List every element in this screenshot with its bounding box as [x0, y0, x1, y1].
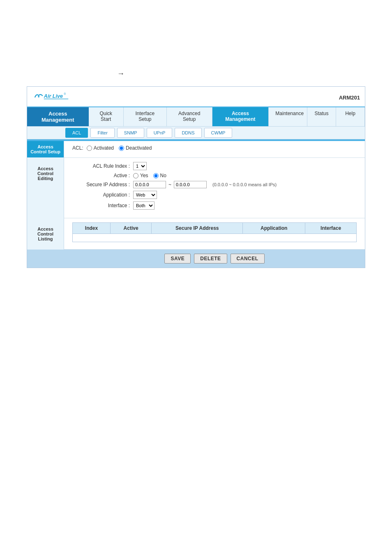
acl-row: ACL: Activated Deactivated — [64, 141, 365, 153]
form-row-interface: Interface : Both LAN WAN — [72, 201, 357, 210]
nav-item-maintenance[interactable]: Maintenance — [269, 107, 307, 126]
sub-nav-ddns[interactable]: DDNS — [175, 128, 201, 138]
logo-area: Air Live ® — [32, 90, 69, 105]
acl-label: ACL: — [72, 145, 83, 151]
action-bar-row: SAVE DELETE CANCEL — [27, 250, 365, 268]
acl-rule-index-select[interactable]: 1 — [133, 162, 147, 170]
listing-table: Index Active Secure IP Address Applicati… — [72, 222, 357, 242]
router-ui-container: Air Live ® ARM201 Access Management Quic… — [27, 86, 365, 268]
active-yes-label: Yes — [140, 173, 148, 178]
col-index: Index — [73, 223, 111, 234]
sub-nav-upnp[interactable]: UPnP — [147, 128, 173, 138]
form-row-acl-rule-index: ACL Rule Index : 1 — [72, 162, 357, 170]
interface-label: Interface : — [72, 203, 130, 208]
acl-deactivated-label: Deactivated — [126, 145, 152, 151]
col-application: Application — [243, 223, 305, 234]
ip-from-input[interactable] — [133, 181, 166, 188]
ip-range: ~ (0.0.0.0 ~ 0.0.0.0 means all IPs) — [133, 181, 277, 188]
nav-item-quick-start[interactable]: Quick Start — [89, 107, 124, 126]
acl-setup-row: Access Control Setup ACL: Activated Deac… — [27, 141, 365, 158]
nav-item-help[interactable]: Help — [336, 107, 365, 126]
header: Air Live ® ARM201 — [27, 87, 365, 107]
sidebar-listing: Access Control Listing — [27, 218, 64, 250]
acl-editing-row: Access Control Editing ACL Rule Index : … — [27, 158, 365, 218]
svg-text:Air Live: Air Live — [44, 93, 63, 99]
delete-button[interactable]: DELETE — [194, 254, 227, 264]
sub-nav-acl[interactable]: ACL — [65, 128, 88, 138]
nav-item-status[interactable]: Status — [307, 107, 336, 126]
acl-activated-option[interactable]: Activated — [87, 145, 114, 151]
nav-item-advanced-setup[interactable]: Advanced Setup — [167, 107, 212, 126]
cancel-button[interactable]: CANCEL — [231, 254, 265, 264]
sub-nav-spacer — [27, 127, 64, 139]
active-no-option[interactable]: No — [153, 173, 166, 178]
sub-nav-filter[interactable]: Filter — [90, 128, 114, 138]
nav-item-access-management[interactable]: Access Management — [212, 107, 269, 126]
active-yes-option[interactable]: Yes — [133, 173, 148, 178]
interface-select[interactable]: Both LAN WAN — [133, 201, 154, 210]
active-radio-group: Yes No — [133, 173, 166, 178]
acl-listing-content: Index Active Secure IP Address Applicati… — [64, 218, 365, 250]
sidebar-action — [27, 250, 64, 268]
acl-deactivated-radio[interactable] — [119, 146, 124, 151]
sub-nav-cwmp[interactable]: CWMP — [204, 128, 233, 138]
sidebar-editing: Access Control Editing — [27, 158, 64, 218]
save-button[interactable]: SAVE — [164, 254, 191, 264]
sidebar-access-control-setup: Access Control Setup — [27, 141, 64, 157]
active-label: Active : — [72, 173, 130, 178]
svg-point-0 — [38, 96, 39, 97]
top-spacer: → — [0, 0, 392, 82]
acl-radio-group: Activated Deactivated — [87, 145, 152, 151]
form-row-secure-ip: Secure IP Address : ~ (0.0.0.0 ~ 0.0.0.0… — [72, 181, 357, 188]
secure-ip-label: Secure IP Address : — [72, 182, 130, 187]
active-yes-radio[interactable] — [133, 173, 138, 178]
ip-hint: (0.0.0.0 ~ 0.0.0.0 means all IPs) — [212, 182, 277, 187]
ip-to-input[interactable] — [174, 181, 207, 188]
action-bar: SAVE DELETE CANCEL — [64, 250, 365, 268]
sub-nav-snmp[interactable]: SNMP — [117, 128, 144, 138]
svg-text:®: ® — [64, 92, 66, 95]
table-empty-row — [73, 234, 357, 242]
acl-deactivated-option[interactable]: Deactivated — [119, 145, 152, 151]
application-label: Application : — [72, 192, 130, 198]
col-interface: Interface — [305, 223, 357, 234]
acl-setup-content: ACL: Activated Deactivated — [64, 141, 365, 158]
col-secure-ip: Secure IP Address — [152, 223, 243, 234]
acl-listing-row: Access Control Listing Index Active Secu… — [27, 218, 365, 250]
model-name: ARM201 — [339, 95, 360, 101]
arrow-icon: → — [117, 69, 125, 78]
col-active: Active — [111, 223, 152, 234]
application-select[interactable]: Web Telnet SNMP ICMP All — [133, 191, 157, 199]
acl-activated-radio[interactable] — [87, 146, 92, 151]
nav-item-interface-setup[interactable]: Interface Setup — [124, 107, 167, 126]
form-row-active: Active : Yes No — [72, 173, 357, 178]
form-row-application: Application : Web Telnet SNMP ICMP All — [72, 191, 357, 199]
nav-sidebar-label[interactable]: Access Management — [27, 107, 89, 126]
ip-tilde: ~ — [168, 182, 171, 187]
table-header-row: Index Active Secure IP Address Applicati… — [73, 223, 357, 234]
content-area: Access Control Setup ACL: Activated Deac… — [27, 141, 365, 268]
active-no-label: No — [160, 173, 166, 178]
sidebar-access-control-listing: Access Control Listing — [29, 222, 62, 245]
nav-bar: Access Management Quick Start Interface … — [27, 107, 365, 126]
acl-activated-label: Activated — [94, 145, 114, 151]
sub-nav-items: ACL Filter SNMP UPnP DDNS CWMP — [64, 127, 365, 139]
airlive-logo: Air Live ® — [32, 90, 69, 105]
active-no-radio[interactable] — [153, 173, 159, 178]
sub-nav: ACL Filter SNMP UPnP DDNS CWMP — [27, 126, 365, 139]
acl-rule-index-label: ACL Rule Index : — [72, 163, 130, 169]
sidebar-access-control-editing: Access Control Editing — [29, 162, 62, 185]
acl-form-content: ACL Rule Index : 1 Active : Yes — [64, 158, 365, 218]
sidebar-left: Access Control Setup — [27, 141, 64, 158]
